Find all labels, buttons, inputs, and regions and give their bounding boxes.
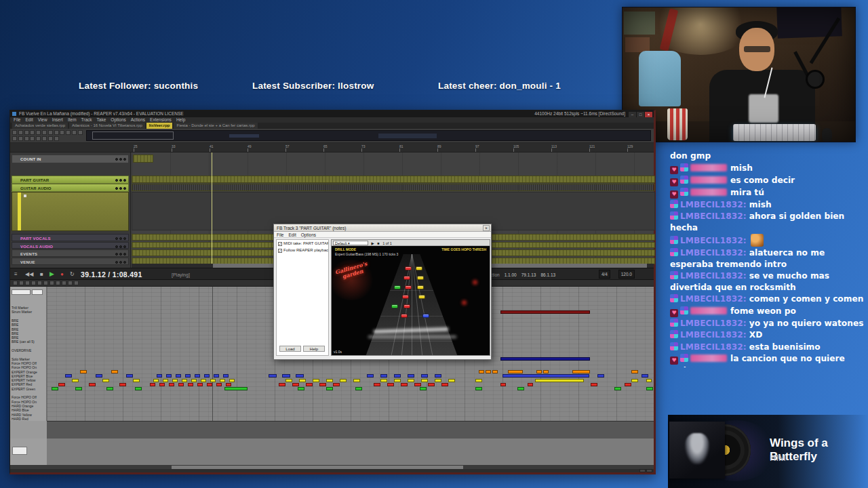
midi-lane-trill-marker[interactable]: Trill Marker	[12, 306, 28, 310]
track-header-venue[interactable]: VENUE	[12, 258, 129, 265]
track-knob[interactable]	[123, 187, 126, 190]
midi-note[interactable]	[492, 370, 498, 373]
stop-button[interactable]: ■	[40, 271, 43, 278]
menu-extensions[interactable]: Extensions	[150, 117, 172, 123]
midi-note[interactable]	[150, 383, 155, 386]
midi-lane-bre[interactable]: BRE	[12, 336, 18, 340]
midi-note[interactable]	[65, 374, 72, 378]
midi-note[interactable]	[435, 379, 441, 382]
midi-note[interactable]	[80, 370, 87, 373]
midi-note[interactable]	[535, 379, 584, 382]
midi-note[interactable]	[182, 379, 187, 382]
track-knob[interactable]	[123, 158, 126, 161]
track-knob[interactable]	[123, 253, 126, 256]
menu-track[interactable]: Track	[81, 117, 92, 123]
midi-lane-bre-can-all-5-[interactable]: BRE (can all 5)	[12, 340, 35, 344]
repeat-button[interactable]: ↻	[70, 271, 75, 278]
midi-note[interactable]	[204, 374, 210, 378]
midi-note[interactable]	[298, 387, 304, 390]
midi-note[interactable]	[631, 370, 638, 373]
midi-note[interactable]	[394, 379, 401, 382]
midi-note[interactable]	[229, 379, 235, 382]
time-signature[interactable]: 4/4	[599, 270, 610, 279]
preview-menu-file[interactable]: File	[277, 232, 283, 238]
midi-lane-expert-green[interactable]: EXPERT Green	[12, 387, 35, 391]
menu-file[interactable]: File	[14, 117, 20, 123]
midi-note[interactable]	[597, 374, 604, 378]
midi-note[interactable]	[401, 383, 408, 386]
midi-note[interactable]	[319, 383, 326, 386]
midi-note[interactable]	[157, 374, 162, 378]
midi-note[interactable]	[355, 387, 362, 390]
midi-lane-bre[interactable]: BRE	[12, 323, 18, 327]
midi-note[interactable]	[591, 383, 597, 386]
close-icon[interactable]: ×	[645, 112, 652, 117]
media-item[interactable]	[132, 184, 655, 191]
preview-button-help[interactable]: Help	[303, 346, 325, 352]
midi-note[interactable]	[340, 379, 347, 382]
midi-note[interactable]	[479, 370, 484, 373]
tempo-bpm[interactable]: 120.0	[618, 270, 635, 279]
midi-toolbar-icon[interactable]	[37, 281, 42, 285]
midi-note[interactable]	[475, 379, 482, 382]
toolbar-icon[interactable]	[42, 136, 47, 141]
preview-track-list[interactable]: ✓MIDI take: PART GUITAR✓Follow REAPER pl…	[276, 239, 329, 356]
midi-lane-strum-marker[interactable]: Strum Marker	[12, 310, 32, 314]
menu-take[interactable]: Take	[97, 117, 106, 123]
timeline-ruler[interactable]: 25334149576573818997105113121129	[10, 143, 654, 152]
midi-note[interactable]	[223, 374, 229, 378]
track-knob[interactable]	[119, 187, 122, 190]
midi-lane-expert-blue[interactable]: EXPERT Blue	[12, 374, 33, 378]
track-knob[interactable]	[115, 187, 118, 190]
project-navigator[interactable]	[86, 130, 651, 141]
transport-menu-button[interactable]: ≡	[14, 271, 18, 278]
midi-lane-hard-blue[interactable]: HARD Blue	[12, 408, 29, 412]
track-knob[interactable]	[123, 237, 126, 240]
toolbar-icon[interactable]	[12, 130, 17, 135]
midi-note[interactable]	[111, 370, 118, 373]
chat-panel[interactable]: don gmp♥mish♥es como decir♥mira túLMBECI…	[670, 150, 864, 367]
midi-lane-expert-yellow[interactable]: EXPERT Yellow	[12, 378, 35, 382]
midi-note[interactable]	[279, 383, 285, 386]
close-icon[interactable]: ×	[483, 225, 490, 231]
midi-note[interactable]	[353, 379, 360, 382]
midi-note[interactable]	[380, 379, 387, 382]
record-button[interactable]: ●	[60, 271, 64, 278]
midi-note[interactable]	[614, 387, 621, 390]
midi-toolbar-icon[interactable]	[68, 281, 73, 285]
midi-note[interactable]	[119, 383, 126, 386]
midi-note[interactable]	[133, 379, 140, 382]
track-header-count-in[interactable]: COUNT IN	[12, 155, 129, 163]
toolbar-icon[interactable]	[48, 136, 53, 141]
preview-button-load[interactable]: Load	[279, 346, 301, 352]
midi-note[interactable]	[285, 379, 292, 382]
track-knob[interactable]	[119, 261, 122, 264]
midi-note[interactable]	[299, 379, 306, 382]
toolbar-icon[interactable]	[36, 136, 41, 141]
midi-note[interactable]	[178, 383, 184, 386]
menu-insert[interactable]: Insert	[52, 117, 63, 123]
midi-note[interactable]	[394, 374, 401, 378]
media-item[interactable]	[132, 176, 655, 183]
midi-note[interactable]	[52, 387, 58, 390]
preview-menu-options[interactable]: Options	[301, 232, 316, 238]
midi-note[interactable]	[89, 383, 96, 386]
preview-stop-button[interactable]: ■	[377, 241, 379, 246]
midi-note[interactable]	[631, 379, 638, 382]
zoom-out-button[interactable]	[646, 469, 652, 472]
midi-note[interactable]	[486, 370, 491, 373]
midi-note[interactable]	[176, 374, 181, 378]
midi-toolbar-icon[interactable]	[31, 281, 36, 285]
midi-toolbar-icon[interactable]	[43, 281, 48, 285]
time-selection-readout[interactable]: selection1.1.0079.1.1386.1.13	[482, 272, 555, 277]
midi-toolbar-icon[interactable]	[62, 281, 66, 285]
preview-option[interactable]: ✓Follow REAPER playback	[277, 247, 328, 253]
midi-note[interactable]	[195, 374, 200, 378]
midi-note[interactable]	[306, 383, 313, 386]
midi-note[interactable]	[326, 387, 333, 390]
midi-note[interactable]	[441, 383, 448, 386]
maximize-icon[interactable]: □	[637, 112, 644, 117]
midi-lane-expert-orange[interactable]: EXPERT Orange	[12, 370, 37, 374]
midi-note[interactable]	[191, 379, 197, 382]
midi-lane-hard-red[interactable]: HARD Red	[12, 417, 28, 421]
